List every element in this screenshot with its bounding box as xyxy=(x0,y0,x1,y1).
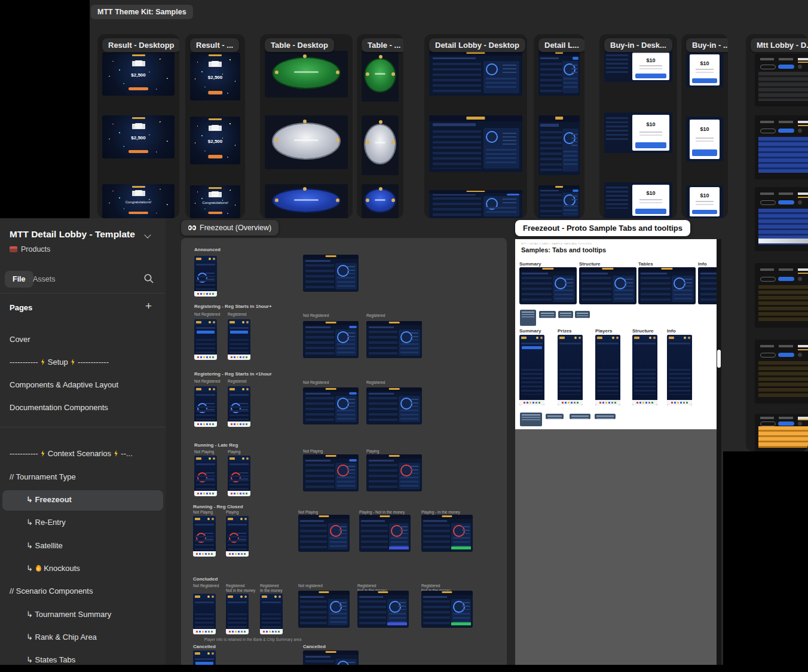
overview-desktop-thumbnail[interactable] xyxy=(303,454,359,491)
overview-desktop-thumbnail[interactable] xyxy=(303,255,359,292)
proto-desktop-thumbnail[interactable] xyxy=(698,267,717,304)
sidebar-page-item[interactable]: ----------- Context Scenarios --... xyxy=(0,448,175,460)
sidebar-page-item[interactable]: ↳ Knockouts xyxy=(0,563,192,575)
canvas-frame[interactable]: $2,500$2,500Congratulations!Result - ... xyxy=(185,34,245,218)
table-screen-thumbnail[interactable] xyxy=(362,51,399,102)
proto-mobile-thumbnail[interactable] xyxy=(632,335,657,405)
overview-mobile-thumbnail[interactable] xyxy=(228,456,250,496)
sidebar-page-item[interactable]: ↳ Re-Entry xyxy=(0,517,192,529)
proto-samples-frame[interactable]: MTT / DETAIL LOBBY / SAMPLE TABS AND TOO… xyxy=(515,239,721,665)
buyin-dialog-thumbnail[interactable]: $10 xyxy=(686,185,723,218)
sidebar-page-item[interactable]: ↳ Tournament Summary xyxy=(0,609,192,621)
result-screen-thumbnail[interactable]: Congratulations! xyxy=(102,184,175,218)
table-screen-thumbnail[interactable] xyxy=(362,184,399,218)
canvas-frame[interactable]: Detail L... xyxy=(534,34,584,218)
add-page-icon[interactable]: + xyxy=(145,300,152,313)
result-screen-thumbnail[interactable]: $2,500 xyxy=(190,53,240,100)
buyin-dialog-thumbnail[interactable]: $10 xyxy=(604,112,672,153)
freezeout-overview-frame[interactable]: AnnouncedRegistering - Reg Starts in 1ho… xyxy=(181,238,507,665)
result-screen-thumbnail[interactable]: $2,500 xyxy=(190,117,240,164)
overview-desktop-thumbnail[interactable] xyxy=(421,591,473,628)
frame-title[interactable]: Table - Desktop xyxy=(265,38,334,52)
desktop-screen-thumbnail[interactable] xyxy=(429,51,522,96)
sidebar-page-item[interactable]: Cover xyxy=(0,334,175,346)
overview-desktop-thumbnail[interactable] xyxy=(421,515,473,552)
buyin-dialog-thumbnail[interactable]: $10 xyxy=(604,182,672,218)
canvas-frame[interactable]: Table - ... xyxy=(357,34,403,218)
overview-mobile-thumbnail[interactable] xyxy=(228,386,250,427)
table-screen-thumbnail[interactable] xyxy=(265,51,348,97)
overview-mobile-thumbnail[interactable] xyxy=(228,319,250,360)
lobby-list-thumbnail[interactable] xyxy=(755,187,808,251)
frame-title[interactable]: Result - ... xyxy=(190,38,239,52)
overview-desktop-thumbnail[interactable] xyxy=(303,650,359,665)
overview-desktop-thumbnail[interactable] xyxy=(366,454,422,491)
sidebar-page-item[interactable]: ↳ Rank & Chip Area xyxy=(0,631,192,643)
proto-mobile-thumbnail[interactable] xyxy=(667,335,692,405)
overview-desktop-thumbnail[interactable] xyxy=(359,515,411,552)
overview-mobile-thumbnail[interactable] xyxy=(193,594,216,634)
buyin-dialog-thumbnail[interactable]: $10 xyxy=(686,53,723,87)
buyin-dialog-thumbnail[interactable]: $10 xyxy=(604,51,672,82)
frame-title[interactable]: Detail Lobby - Desktop xyxy=(429,38,525,52)
overview-mobile-thumbnail[interactable] xyxy=(260,594,283,634)
overview-desktop-thumbnail[interactable] xyxy=(298,515,350,552)
canvas-frame[interactable]: $10$10$10Buy-in - ... xyxy=(681,34,728,218)
result-screen-thumbnail[interactable]: Congratulations! xyxy=(190,185,240,218)
overview-mobile-thumbnail[interactable] xyxy=(193,516,216,557)
table-screen-thumbnail[interactable] xyxy=(362,115,399,175)
frame-title[interactable]: Table - ... xyxy=(362,38,403,52)
lobby-list-thumbnail[interactable] xyxy=(755,263,808,328)
sidebar-page-item[interactable]: Documentation Components xyxy=(0,402,175,414)
frame-tab-proto-samples[interactable]: Freezeout - Proto Sample Tabs and toolti… xyxy=(515,220,690,236)
frame-title[interactable]: Buy-in - Desk... xyxy=(604,38,672,52)
chevron-down-icon[interactable] xyxy=(144,231,151,238)
lobby-list-thumbnail[interactable] xyxy=(755,54,808,106)
overview-mobile-thumbnail[interactable] xyxy=(194,256,217,297)
frame-tab-freezeout-overview[interactable]: Freezeout (Overview) xyxy=(181,220,278,236)
overview-desktop-thumbnail[interactable] xyxy=(298,591,350,628)
canvas-frame[interactable]: $10$10$10Buy-in - Desk... xyxy=(599,34,677,218)
sidebar-page-item[interactable]: // Scenario Components xyxy=(0,585,175,597)
scrollbar[interactable] xyxy=(717,239,721,665)
frame-title[interactable]: Result - Desktopp xyxy=(102,38,179,52)
proto-mobile-thumbnail[interactable] xyxy=(519,335,544,405)
tab-file[interactable]: File xyxy=(5,271,33,288)
canvas-frame[interactable]: $2,500$2,500Congratulations!Result - Des… xyxy=(97,34,179,218)
overview-mobile-thumbnail[interactable] xyxy=(194,456,217,496)
overview-desktop-thumbnail[interactable] xyxy=(366,321,422,358)
desktop-screen-thumbnail[interactable] xyxy=(429,115,522,172)
proto-mobile-thumbnail[interactable] xyxy=(558,335,583,405)
desktop-screen-thumbnail[interactable] xyxy=(538,51,580,96)
lobby-list-thumbnail[interactable] xyxy=(755,414,808,451)
scrollbar-thumb[interactable] xyxy=(717,350,721,368)
buyin-dialog-thumbnail[interactable]: $10 xyxy=(686,117,723,161)
sidebar-page-item[interactable]: ↳ States Tabs xyxy=(0,654,192,666)
lobby-list-thumbnail[interactable] xyxy=(755,115,808,179)
frame-title[interactable]: Buy-in - ... xyxy=(686,38,728,52)
overview-desktop-thumbnail[interactable] xyxy=(303,321,359,358)
canvas-section-title[interactable]: MTT Theme Kit: Samples xyxy=(91,5,193,19)
table-screen-thumbnail[interactable] xyxy=(265,115,348,169)
desktop-screen-thumbnail[interactable] xyxy=(538,185,580,218)
frame-title[interactable]: Mtt Lobby - D... xyxy=(751,38,808,52)
proto-desktop-thumbnail[interactable] xyxy=(579,267,636,304)
canvas-frame[interactable]: Table - Desktop xyxy=(260,34,353,218)
overview-desktop-thumbnail[interactable] xyxy=(357,591,409,628)
document-title[interactable]: MTT Detail Lobby - Template xyxy=(10,229,135,240)
proto-mobile-thumbnail[interactable] xyxy=(595,335,620,405)
result-screen-thumbnail[interactable]: $2,500 xyxy=(102,53,175,96)
sidebar-page-item[interactable]: Components & Adaptive Layout xyxy=(0,379,175,391)
sidebar-page-item[interactable]: ↳ Satellite xyxy=(0,540,192,552)
project-row[interactable]: Products xyxy=(10,245,50,253)
overview-mobile-thumbnail[interactable] xyxy=(194,319,217,360)
overview-mobile-thumbnail[interactable] xyxy=(226,594,249,634)
search-icon[interactable] xyxy=(143,273,154,284)
tab-assets[interactable]: Assets xyxy=(33,275,56,283)
proto-desktop-thumbnail[interactable] xyxy=(638,267,696,304)
overview-mobile-thumbnail[interactable] xyxy=(194,386,217,427)
lobby-list-thumbnail[interactable] xyxy=(755,340,808,404)
overview-desktop-thumbnail[interactable] xyxy=(366,387,422,424)
sidebar-page-item[interactable]: ↳ Freezeout xyxy=(0,494,192,506)
table-screen-thumbnail[interactable] xyxy=(265,184,348,218)
